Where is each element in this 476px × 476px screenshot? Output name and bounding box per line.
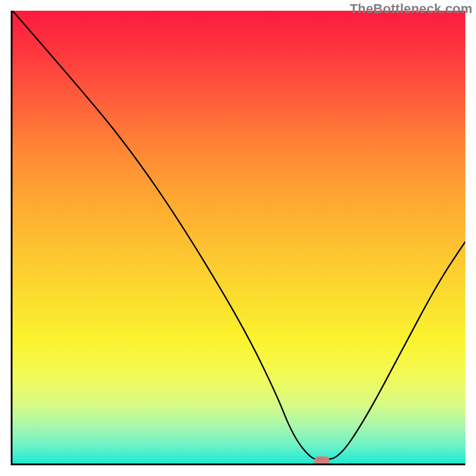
chart-frame: TheBottleneck.com <box>0 0 476 476</box>
bottleneck-curve <box>12 11 465 464</box>
optimal-point-marker <box>314 456 330 465</box>
watermark-label: TheBottleneck.com <box>350 1 472 17</box>
plot-area <box>11 11 465 465</box>
